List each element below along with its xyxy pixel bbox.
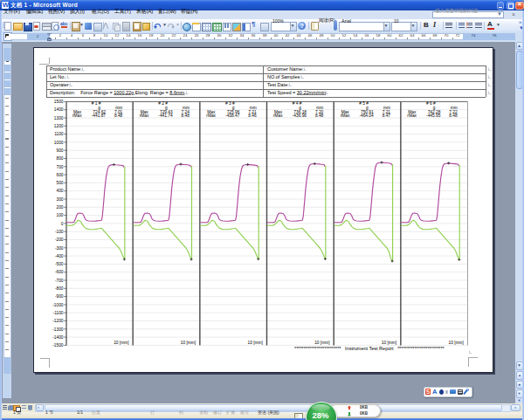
svg-text:-1000: -1000 [52,303,64,307]
svg-text:700: 700 [56,165,63,169]
svg-text:Max: Max [207,110,216,114]
svg-text:8.48: 8.48 [315,114,324,118]
svg-text:-400: -400 [55,254,64,258]
svg-text:# 5 #: # 5 # [359,101,369,106]
svg-text:1500: 1500 [54,100,64,104]
svg-text:10 [mm]: 10 [mm] [382,341,396,345]
svg-text:rMax: rMax [273,114,283,118]
svg-text:8.48: 8.48 [449,114,458,118]
svg-text:-800: -800 [55,286,64,291]
svg-text:Max: Max [408,110,417,114]
svg-text:rMax: rMax [140,114,149,118]
svg-text:rMax: rMax [206,114,216,118]
svg-text:10 [mm]: 10 [mm] [248,341,263,345]
svg-text:Max: Max [73,110,82,114]
svg-text:800: 800 [56,156,63,161]
svg-text:8.47: 8.47 [383,114,391,118]
svg-text:-441.74: -441.74 [158,114,173,118]
svg-text:400: 400 [56,189,63,193]
svg-text:-700: -700 [55,279,64,283]
svg-text:200: 200 [56,205,63,210]
svg-text:-500: -500 [55,262,64,266]
svg-text:-438.47: -438.47 [225,114,240,118]
svg-text:-1300: -1300 [52,327,64,332]
svg-text:10 [mm]: 10 [mm] [314,341,329,345]
svg-text:-436.96: -436.96 [293,114,307,118]
svg-text:0: 0 [61,222,64,226]
svg-text:-1500: -1500 [52,343,64,348]
svg-text:1100: 1100 [54,132,64,136]
svg-text:rMax: rMax [72,114,82,118]
svg-text:rMax: rMax [407,114,417,118]
svg-text:7.01: 7.01 [114,110,123,114]
svg-text:-300: -300 [55,246,64,251]
svg-text:100: 100 [56,213,63,217]
svg-text:7.20: 7.20 [315,110,324,114]
svg-text:724.62: 724.62 [93,110,106,114]
svg-text:10 [mm]: 10 [mm] [449,341,464,345]
svg-text:-464.04: -464.04 [359,114,374,118]
svg-text:10 [mm]: 10 [mm] [114,341,128,345]
svg-text:rMax: rMax [341,114,350,118]
svg-text:# 3 #: # 3 # [225,101,235,106]
svg-text:1300: 1300 [54,116,64,120]
svg-text:8.48: 8.48 [114,114,123,118]
svg-text:Max: Max [341,110,350,114]
svg-text:# 2 #: # 2 # [158,101,168,106]
svg-text:Max: Max [141,110,149,114]
svg-text:300: 300 [56,197,63,202]
svg-text:7.24: 7.24 [182,110,190,114]
svg-text:-1100: -1100 [53,311,64,315]
svg-text:-600: -600 [55,270,64,274]
svg-text:500: 500 [56,181,63,185]
svg-text:1400: 1400 [54,107,64,112]
svg-text:900: 900 [56,148,63,153]
svg-text:736.18: 736.18 [293,110,307,114]
svg-text:-1400: -1400 [52,335,64,340]
svg-text:-445.95: -445.95 [426,114,441,118]
svg-text:-200: -200 [55,238,64,242]
svg-text:-1200: -1200 [52,319,64,323]
svg-text:742.28: 742.28 [428,110,441,114]
svg-text:# 6 #: # 6 # [426,101,436,106]
svg-text:-441.87: -441.87 [92,114,107,118]
svg-text:# 4 #: # 4 # [293,101,302,106]
svg-text:725.96: 725.96 [227,110,240,114]
svg-text:# 1 #: # 1 # [92,101,101,106]
svg-text:729.43: 729.43 [160,110,173,114]
svg-text:8.48: 8.48 [182,114,190,118]
svg-text:7.21: 7.21 [383,110,391,114]
svg-text:1200: 1200 [54,124,64,128]
svg-text:1000: 1000 [54,141,64,145]
svg-text:750.91: 750.91 [361,110,374,114]
svg-text:-100: -100 [55,230,64,234]
svg-text:10 [mm]: 10 [mm] [181,341,196,345]
svg-text:600: 600 [56,173,63,177]
svg-text:-900: -900 [55,294,64,299]
svg-text:Max: Max [274,110,283,114]
svg-text:7.22: 7.22 [449,110,458,114]
svg-text:7.21: 7.21 [248,110,257,114]
svg-text:8.46: 8.46 [248,114,257,118]
